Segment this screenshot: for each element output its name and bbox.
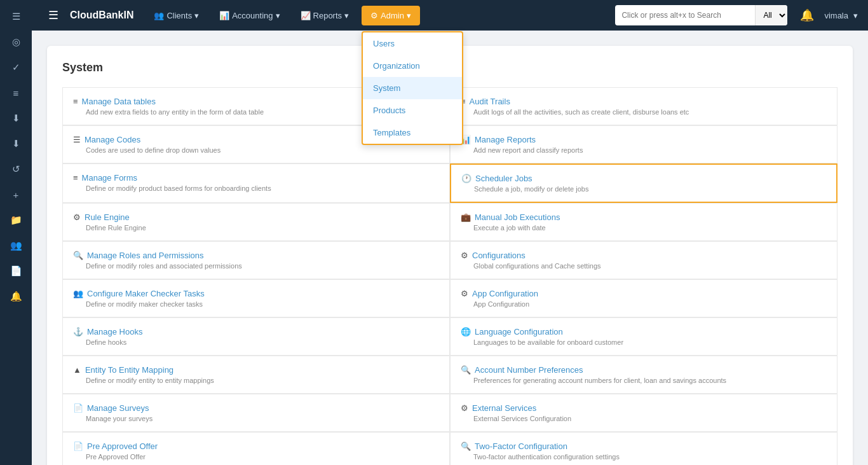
sidebar-icon-1[interactable]: ◎ — [4, 31, 27, 53]
right-item-two-factor-configuration[interactable]: 🔍 Two-Factor Configuration Two-factor au… — [450, 432, 837, 465]
search-input[interactable] — [615, 11, 755, 20]
sidebar-icon-7[interactable]: + — [4, 183, 27, 206]
app-configuration-icon: ⚙ — [461, 289, 468, 298]
sidebar-icon-8[interactable]: 📁 — [4, 209, 27, 232]
sidebar: ☰◎✓≡⬇⬇↺+📁👥📄🔔 — [0, 0, 32, 465]
manage-data-tables-icon: ≡ — [73, 97, 78, 106]
accounting-icon: 📊 — [219, 11, 229, 20]
configurations-title: Configurations — [472, 251, 526, 260]
sidebar-icon-2[interactable]: ✓ — [4, 56, 27, 79]
language-configuration-icon: 🌐 — [461, 327, 471, 337]
pre-approved-offer-icon: 📄 — [73, 441, 83, 451]
manage-codes-desc: Codes are used to define drop down value… — [73, 146, 439, 154]
admin-dropdown-container: ⚙ Admin ▾ Users Organization System Prod… — [362, 6, 420, 25]
rule-engine-icon: ⚙ — [73, 212, 81, 222]
sidebar-icon-0[interactable]: ☰ — [4, 5, 27, 28]
manage-roles-title: Manage Roles and Permissions — [87, 251, 204, 260]
search-filter-select[interactable]: All — [755, 5, 787, 25]
notifications-bell-icon[interactable]: 🔔 — [800, 8, 814, 22]
dropdown-system[interactable]: System — [363, 77, 462, 99]
right-item-account-number-preferences[interactable]: 🔍 Account Number Preferences Preferences… — [450, 356, 837, 394]
dropdown-templates[interactable]: Templates — [363, 121, 462, 144]
left-item-pre-approved-offer[interactable]: 📄 Pre Approved Offer Pre Approved Offer — [62, 432, 450, 465]
manage-forms-icon: ≡ — [73, 173, 78, 183]
language-configuration-title: Language Configuration — [475, 327, 563, 337]
left-item-manage-forms[interactable]: ≡ Manage Forms Define or modify product … — [62, 163, 450, 203]
right-item-external-services[interactable]: ⚙ External Services External Services Co… — [450, 394, 837, 432]
manual-job-executions-icon: 💼 — [461, 212, 471, 222]
manage-hooks-desc: Define hooks — [73, 338, 439, 346]
nav-clients[interactable]: 👥 Clients ▾ — [146, 7, 207, 24]
right-item-scheduler-jobs[interactable]: 🕐 Scheduler Jobs Schedule a job, modify … — [450, 163, 837, 203]
rule-engine-title: Rule Engine — [85, 212, 130, 222]
dropdown-organization[interactable]: Organization — [363, 55, 462, 77]
two-factor-configuration-desc: Two-factor authentication configuration … — [461, 453, 827, 461]
left-item-entity-to-entity[interactable]: ▲ Entity To Entity Mapping Define or mod… — [62, 356, 450, 394]
user-dropdown-icon[interactable]: ▾ — [853, 11, 858, 20]
configure-maker-checker-desc: Define or modify maker checker tasks — [73, 300, 439, 308]
pre-approved-offer-title: Pre Approved Offer — [87, 441, 158, 451]
right-item-language-configuration[interactable]: 🌐 Language Configuration Languages to be… — [450, 317, 837, 356]
right-item-manual-job-executions[interactable]: 💼 Manual Job Executions Execute a job wi… — [450, 203, 837, 241]
sidebar-icon-10[interactable]: 📄 — [4, 260, 27, 282]
audit-trails-desc: Audit logs of all the activities, such a… — [461, 108, 827, 116]
nav-accounting[interactable]: 📊 Accounting ▾ — [212, 7, 287, 24]
manage-reports-title: Manage Reports — [475, 135, 536, 144]
manage-roles-desc: Define or modify roles and associated pe… — [73, 262, 439, 270]
sidebar-icon-4[interactable]: ⬇ — [4, 107, 27, 130]
account-number-preferences-icon: 🔍 — [461, 365, 471, 375]
left-item-manage-hooks[interactable]: ⚓ Manage Hooks Define hooks — [62, 317, 450, 356]
two-factor-configuration-title: Two-Factor Configuration — [475, 441, 567, 451]
scheduler-jobs-title: Scheduler Jobs — [475, 174, 532, 183]
entity-to-entity-desc: Define or modify entity to entity mappin… — [73, 377, 439, 384]
sidebar-icon-5[interactable]: ⬇ — [4, 132, 27, 155]
hamburger-icon[interactable]: ☰ — [42, 4, 65, 27]
manage-surveys-title: Manage Surveys — [87, 403, 149, 413]
right-item-app-configuration[interactable]: ⚙ App Configuration App Configuration — [450, 279, 837, 317]
account-number-preferences-title: Account Number Preferences — [475, 365, 583, 375]
rule-engine-desc: Define Rule Engine — [73, 224, 439, 232]
admin-dropdown-menu: Users Organization System Products Templ… — [362, 31, 463, 145]
dropdown-users[interactable]: Users — [363, 32, 462, 55]
user-name: vimala — [824, 11, 848, 20]
external-services-desc: External Services Configuration — [461, 415, 827, 422]
entity-to-entity-title: Entity To Entity Mapping — [85, 365, 173, 375]
right-item-manage-reports[interactable]: 📊 Manage Reports Add new report and clas… — [450, 125, 837, 163]
sidebar-icon-6[interactable]: ↺ — [4, 158, 27, 181]
scheduler-jobs-desc: Schedule a job, modify or delete jobs — [461, 185, 826, 193]
left-item-configure-maker-checker[interactable]: 👥 Configure Maker Checker Tasks Define o… — [62, 279, 450, 317]
manage-reports-desc: Add new report and classify reports — [461, 146, 827, 154]
audit-trails-title: Audit Trails — [470, 97, 510, 106]
manage-codes-icon: ☰ — [73, 135, 81, 144]
nav-admin[interactable]: ⚙ Admin ▾ — [362, 6, 420, 25]
configurations-icon: ⚙ — [461, 251, 468, 260]
navbar: ☰ CloudBankIN 👥 Clients ▾ 📊 Accounting ▾… — [32, 0, 868, 31]
manage-forms-title: Manage Forms — [82, 173, 137, 183]
search-box: All — [615, 5, 787, 25]
manage-hooks-title: Manage Hooks — [87, 327, 142, 337]
app-configuration-desc: App Configuration — [461, 300, 827, 308]
manage-codes-title: Manage Codes — [85, 135, 140, 144]
clients-icon: 👥 — [154, 11, 164, 20]
sidebar-icon-9[interactable]: 👥 — [4, 234, 27, 257]
nav-reports[interactable]: 📈 Reports ▾ — [293, 7, 357, 24]
right-item-configurations[interactable]: ⚙ Configurations Global configurations a… — [450, 241, 837, 279]
external-services-icon: ⚙ — [461, 403, 468, 413]
pre-approved-offer-desc: Pre Approved Offer — [73, 453, 439, 461]
left-item-rule-engine[interactable]: ⚙ Rule Engine Define Rule Engine — [62, 203, 450, 241]
manage-forms-desc: Define or modify product based forms for… — [73, 184, 439, 192]
configurations-desc: Global configurations and Cache settings — [461, 262, 827, 270]
dropdown-products[interactable]: Products — [363, 99, 462, 121]
sidebar-icon-3[interactable]: ≡ — [4, 81, 27, 104]
configure-maker-checker-icon: 👥 — [73, 289, 83, 298]
manage-surveys-desc: Manage your surveys — [73, 415, 439, 422]
manual-job-executions-title: Manual Job Executions — [475, 212, 560, 222]
entity-to-entity-icon: ▲ — [73, 365, 81, 375]
left-item-manage-surveys[interactable]: 📄 Manage Surveys Manage your surveys — [62, 394, 450, 432]
sidebar-icon-11[interactable]: 🔔 — [4, 285, 27, 308]
left-item-manage-roles[interactable]: 🔍 Manage Roles and Permissions Define or… — [62, 241, 450, 279]
manage-hooks-icon: ⚓ — [73, 327, 83, 337]
manage-roles-icon: 🔍 — [73, 251, 83, 260]
right-item-audit-trails[interactable]: ≡ Audit Trails Audit logs of all the act… — [450, 87, 837, 125]
account-number-preferences-desc: Preferences for generating account numbe… — [461, 377, 827, 384]
